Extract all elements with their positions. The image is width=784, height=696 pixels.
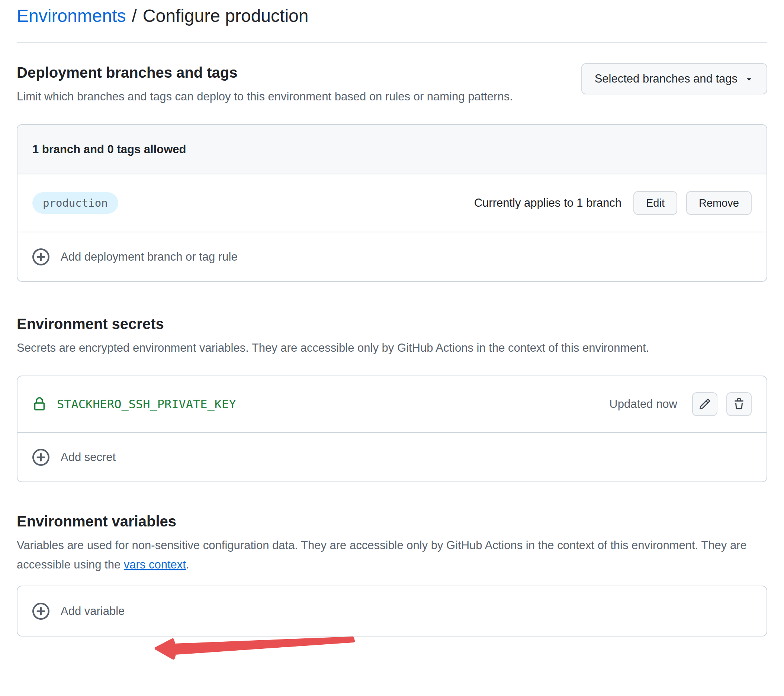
secret-identity: STACKHERO_SSH_PRIVATE_KEY <box>32 397 236 411</box>
deployment-rule-row: production Currently applies to 1 branch… <box>18 174 766 232</box>
secrets-heading: Environment secrets <box>17 314 767 333</box>
branch-policy-dropdown[interactable]: Selected branches and tags <box>581 63 767 94</box>
variables-heading: Environment variables <box>17 512 767 531</box>
pencil-icon <box>699 398 711 410</box>
variables-section-header: Environment variables Variables are used… <box>17 512 767 574</box>
add-variable-label: Add variable <box>61 604 125 618</box>
secret-name: STACKHERO_SSH_PRIVATE_KEY <box>57 397 236 411</box>
title-divider <box>17 43 767 43</box>
deployment-rule-actions: Currently applies to 1 branch Edit Remov… <box>474 191 752 215</box>
breadcrumb-current: Configure production <box>143 6 309 26</box>
add-secret-button[interactable]: Add secret <box>18 432 766 482</box>
deployment-section-header: Deployment branches and tags Limit which… <box>17 63 767 106</box>
add-variable-button[interactable]: Add variable <box>18 586 766 636</box>
breadcrumb-separator: / <box>132 6 137 26</box>
delete-secret-button[interactable] <box>726 392 752 416</box>
secrets-description: Secrets are encrypted environment variab… <box>17 338 708 358</box>
lock-icon <box>32 397 46 411</box>
remove-rule-button[interactable]: Remove <box>686 191 752 215</box>
trash-icon <box>733 398 745 410</box>
add-secret-label: Add secret <box>61 451 116 464</box>
secret-actions: Updated now <box>609 392 752 416</box>
branch-name-pill: production <box>32 192 118 214</box>
variables-description-suffix: . <box>186 558 189 571</box>
add-deployment-rule-label: Add deployment branch or tag rule <box>61 250 238 263</box>
edit-rule-button[interactable]: Edit <box>633 191 677 215</box>
plus-circle-icon <box>32 603 49 620</box>
variables-section-texts: Environment variables Variables are used… <box>17 512 767 574</box>
deployment-section-texts: Deployment branches and tags Limit which… <box>17 63 567 106</box>
variables-description: Variables are used for non-sensitive con… <box>17 536 755 574</box>
edit-secret-button[interactable] <box>692 392 717 416</box>
secrets-section-texts: Environment secrets Secrets are encrypte… <box>17 314 767 358</box>
add-deployment-rule-button[interactable]: Add deployment branch or tag rule <box>18 232 766 281</box>
secrets-section-header: Environment secrets Secrets are encrypte… <box>17 314 767 358</box>
breadcrumb-environments-link[interactable]: Environments <box>17 6 126 26</box>
variables-box: Add variable <box>17 586 767 637</box>
rule-applies-text: Currently applies to 1 branch <box>474 196 621 210</box>
page-title: Environments/Configure production <box>17 4 767 28</box>
deployment-rules-box: 1 branch and 0 tags allowed production C… <box>17 124 767 282</box>
secret-updated-text: Updated now <box>609 397 677 411</box>
plus-circle-icon <box>32 449 49 466</box>
vars-context-link[interactable]: vars context <box>124 558 186 571</box>
environment-config-page: Environments/Configure production Deploy… <box>0 0 784 637</box>
triangle-down-icon <box>744 74 754 84</box>
secret-row: STACKHERO_SSH_PRIVATE_KEY Updated now <box>18 376 766 432</box>
deployment-heading: Deployment branches and tags <box>17 63 567 82</box>
deployment-rules-box-header: 1 branch and 0 tags allowed <box>18 125 766 174</box>
plus-circle-icon <box>32 248 49 265</box>
secrets-box: STACKHERO_SSH_PRIVATE_KEY Updated now <box>17 375 767 482</box>
deployment-description: Limit which branches and tags can deploy… <box>17 87 534 106</box>
branch-policy-dropdown-label: Selected branches and tags <box>595 72 738 86</box>
